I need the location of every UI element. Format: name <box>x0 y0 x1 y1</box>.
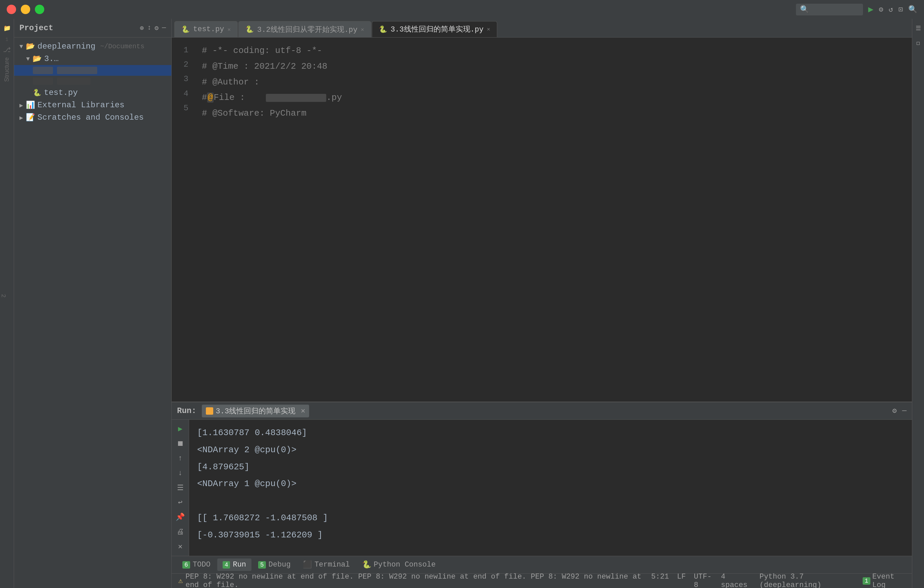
folder-icon: 📂 <box>26 42 35 51</box>
output-area: [1.1630787 0.4838046] <NDArray 2 @cpu(0)… <box>197 425 904 543</box>
blurred-icon2 <box>33 77 53 85</box>
run-content: ▶ ⏹ ↑ ↓ ☰ ↩ 📌 🖨 ✕ [1.1630787 0.4838046] … <box>172 420 912 556</box>
run-gear-icon[interactable]: ⚙ <box>893 406 897 415</box>
warning-text: PEP 8: W292 no newline at end of file. P… <box>185 573 643 588</box>
tab-close-icon[interactable]: ✕ <box>227 26 231 33</box>
settings-icon[interactable]: ⚙ <box>155 24 158 32</box>
tree-item-deeplearning[interactable]: ▼ 📂 deeplearning ~/Documents <box>14 40 171 53</box>
todo-count: 6 <box>182 561 190 568</box>
run-panel: Run: 3.3线性回归的简单实现 ✕ ⚙ — ▶ ⏹ ↑ ↓ <box>172 402 912 556</box>
run-tab-close[interactable]: ✕ <box>301 406 305 415</box>
title-bar: 🔍 ▶ ⚙ ↺ ⊡ 🔍 <box>0 0 924 19</box>
terminal-label: Terminal <box>315 560 350 569</box>
locate-icon[interactable]: ⊕ <box>140 24 144 32</box>
pep-warning: ⚠ PEP 8: W292 no newline at end of file.… <box>178 573 643 588</box>
update-button[interactable]: ↺ <box>889 5 893 14</box>
code-editor[interactable]: 1 2 3 4 5 # -*- coding: utf-8 -*- # @Tim… <box>172 38 912 402</box>
tab-32-icon: 🐍 <box>246 25 254 33</box>
panel-header: Project ⊕ ↕ ⚙ — <box>14 19 171 38</box>
tab-python-console[interactable]: 🐍 Python Console <box>357 558 441 571</box>
blurred-label2 <box>57 77 91 85</box>
status-right: 5:21 LF UTF-8 4 spaces Python 3.7 (deepl… <box>651 573 905 588</box>
warning-icon: ⚠ <box>178 576 183 585</box>
left-sidebar: 📁 1 ⎇ Structure 2 <box>0 19 14 588</box>
close-panel-icon[interactable]: — <box>162 24 166 32</box>
tree-item-label: deeplearning <box>38 42 96 51</box>
close-button[interactable] <box>7 5 16 14</box>
tree-item-scratches[interactable]: ▶ 📝 Scratches and Consoles <box>14 111 171 124</box>
arrow-up-button[interactable]: ↑ <box>174 453 186 464</box>
search-global-icon[interactable]: 🔍 <box>908 5 917 14</box>
expand-arrow-sub: ▼ <box>26 56 30 63</box>
testpy-label: test.py <box>44 88 78 97</box>
minimize-button[interactable] <box>21 5 30 14</box>
tree-item-subfolder[interactable]: ▼ 📂 3.… <box>14 53 171 65</box>
python-console-label: Python Console <box>374 560 436 569</box>
list-button[interactable]: ☰ <box>174 483 186 493</box>
run-minimize-icon[interactable]: — <box>902 407 907 415</box>
arrow-down-button[interactable]: ↓ <box>174 468 186 478</box>
python-version[interactable]: Python 3.7 (deeplearning) <box>759 573 855 588</box>
encoding[interactable]: UTF-8 <box>694 573 713 588</box>
project-panel: Project ⊕ ↕ ⚙ — ▼ 📂 deeplearning ~/Docum… <box>14 19 172 588</box>
tree-item-file2[interactable] <box>14 76 171 86</box>
tab-32-label: 3.2线性回归从零开始实现.py <box>257 25 357 35</box>
tab-testpy[interactable]: 🐍 test.py ✕ <box>174 21 238 37</box>
todo-label: TODO <box>193 560 211 569</box>
scratches-label: Scratches and Consoles <box>38 113 144 122</box>
tree-item-testpy[interactable]: 🐍 test.py <box>14 86 171 99</box>
run-tab-color <box>206 407 213 415</box>
event-log-count: 1 <box>863 577 870 585</box>
tab-33[interactable]: 🐍 3.3线性回归的简单实现.py ✕ <box>372 21 497 37</box>
right-sidebar-btn-1[interactable]: ☰ <box>912 22 924 34</box>
project-tree: ▼ 📂 deeplearning ~/Documents ▼ 📂 3.… <box>14 38 171 588</box>
tab-32[interactable]: 🐍 3.2线性回归从零开始实现.py ✕ <box>238 21 371 37</box>
print-button[interactable]: 🖨 <box>174 526 186 537</box>
tab-33-label: 3.3线性回归的简单实现.py <box>391 24 483 34</box>
sidebar-item-project[interactable]: 📁 <box>1 22 13 34</box>
line-feed[interactable]: LF <box>677 573 686 588</box>
blurred-label <box>57 67 97 74</box>
expand-arrow-scratch: ▶ <box>20 114 23 121</box>
bottom-tabs: 6 TODO 4 Run 5 Debug ⬛ Terminal 🐍 Python… <box>172 556 912 573</box>
tab-33-close[interactable]: ✕ <box>487 26 490 33</box>
tab-terminal[interactable]: ⬛ Terminal <box>297 558 355 571</box>
pin-button[interactable]: 📌 <box>174 512 186 523</box>
more-button[interactable]: ⊡ <box>899 5 903 14</box>
event-log-container[interactable]: 1 Event Log <box>863 573 905 588</box>
right-sidebar: ☰ ◻ <box>912 19 924 588</box>
tab-todo[interactable]: 6 TODO <box>177 558 216 571</box>
tree-item-active-file[interactable] <box>14 65 171 76</box>
code-content[interactable]: # -*- coding: utf-8 -*- # @Time : 2021/2… <box>195 38 912 402</box>
run-tab-active[interactable]: 3.3线性回归的简单实现 ✕ <box>202 405 309 417</box>
maximize-button[interactable] <box>35 5 44 14</box>
editor-area: 🐍 test.py ✕ 🐍 3.2线性回归从零开始实现.py ✕ 🐍 3.3线性… <box>172 19 912 588</box>
run-output[interactable]: [1.1630787 0.4838046] <NDArray 2 @cpu(0)… <box>189 420 912 556</box>
cursor-position[interactable]: 5:21 <box>651 573 669 588</box>
run-tab-label: Run <box>233 560 246 569</box>
sort-icon[interactable]: ↕ <box>147 24 151 32</box>
right-sidebar-btn-2[interactable]: ◻ <box>912 37 924 49</box>
play-button[interactable]: ▶ <box>174 424 186 435</box>
tree-item-ext-libs[interactable]: ▶ 📊 External Libraries <box>14 99 171 111</box>
output-line-2: <NDArray 2 @cpu(0)> <box>197 442 904 458</box>
tab-run[interactable]: 4 Run <box>217 558 251 571</box>
tab-bar: 🐍 test.py ✕ 🐍 3.2线性回归从零开始实现.py ✕ 🐍 3.3线性… <box>172 19 912 38</box>
indent[interactable]: 4 spaces <box>721 573 751 588</box>
tab-32-close[interactable]: ✕ <box>361 26 364 33</box>
run-toolbar: Run: 3.3线性回归的简单实现 ✕ ⚙ — <box>172 402 912 420</box>
ext-libs-label: External Libraries <box>38 100 124 110</box>
tree-path: ~/Documents <box>100 43 145 50</box>
terminal-icon: ⬛ <box>303 560 312 569</box>
py-file-icon: 🐍 <box>33 89 41 97</box>
tab-debug[interactable]: 5 Debug <box>253 558 296 571</box>
close-run-button[interactable]: ✕ <box>174 541 186 552</box>
run-button[interactable]: ▶ <box>868 4 874 15</box>
search-bar[interactable]: 🔍 <box>796 4 863 15</box>
lib-icon: 📊 <box>26 100 35 110</box>
settings-button[interactable]: ⚙ <box>879 5 883 14</box>
stop-button[interactable]: ⏹ <box>174 438 186 449</box>
wrap-button[interactable]: ↩ <box>174 497 186 508</box>
expand-arrow-ext: ▶ <box>20 102 23 109</box>
debug-count: 5 <box>258 561 266 568</box>
